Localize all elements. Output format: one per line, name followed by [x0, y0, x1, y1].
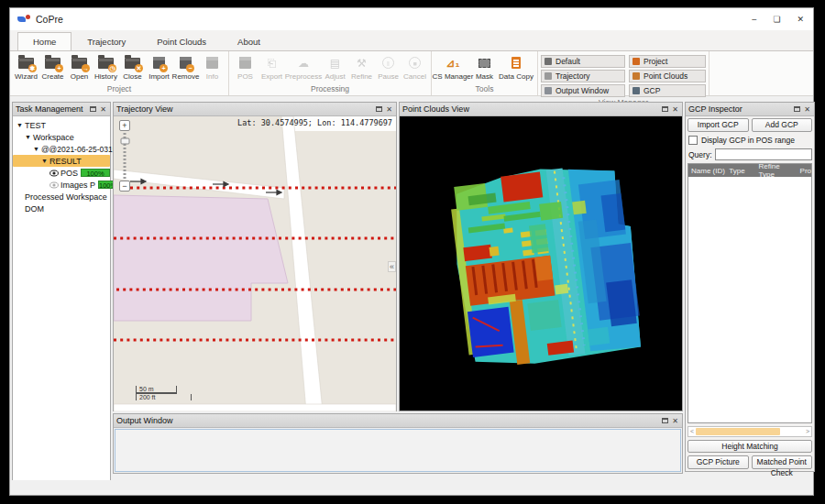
mask-button[interactable]: Mask — [471, 53, 498, 81]
view-toggle-output-window[interactable]: Output Window — [541, 84, 625, 97]
tab-trajectory[interactable]: Trajectory — [72, 32, 141, 50]
close-project-button[interactable]: ✕ Close — [119, 53, 146, 81]
float-panel-icon[interactable] — [90, 106, 96, 112]
height-matching-button[interactable]: Height Matching — [688, 440, 812, 453]
gcp-table-body[interactable] — [688, 177, 811, 422]
point-clouds-view-title: Point Clouds View — [402, 104, 469, 114]
tree-item-project-folder[interactable]: ▼ @@2021-06-25-031548 — [13, 143, 110, 155]
data-copy-button[interactable]: Data Copy — [498, 53, 534, 81]
matched-point-check-button[interactable]: Matched Point Check — [752, 455, 813, 469]
title-bar: CoPre – ❏ ✕ — [10, 8, 813, 30]
task-tree: ▼ TEST ▼ Workspace ▼ @@2021-06-25-031548… — [13, 116, 110, 214]
display-gcp-checkbox-label: Display GCP in POS range — [701, 136, 795, 145]
map-canvas[interactable] — [114, 116, 396, 411]
tab-about[interactable]: About — [222, 32, 276, 50]
float-panel-icon[interactable] — [662, 418, 668, 423]
gcp-table-header: Name (ID) Type Refine Type Pro — [688, 164, 811, 177]
float-panel-icon[interactable] — [662, 106, 668, 112]
expander-icon[interactable]: ▼ — [16, 122, 23, 128]
history-button[interactable]: ◷ History — [93, 53, 119, 81]
map-zoom-out-button[interactable]: − — [119, 181, 130, 192]
import-gcp-button[interactable]: Import GCP — [688, 118, 749, 132]
gcp-horizontal-scrollbar[interactable]: < > — [688, 426, 812, 437]
trajectory-map[interactable]: + − Lat: 30.4574995; Lon: 114.4779697 50… — [114, 116, 396, 415]
query-label: Query: — [688, 150, 712, 159]
point-clouds-view-panel: Point Clouds View ✕ — [399, 102, 683, 411]
pos-progress-bar: 100% — [81, 169, 110, 177]
close-button[interactable]: ✕ — [797, 15, 804, 24]
create-button[interactable]: + Create — [39, 53, 66, 81]
minimize-button[interactable]: – — [752, 15, 756, 24]
view-toggle-point-clouds[interactable]: Point Clouds — [629, 70, 706, 82]
output-window-view-icon — [544, 87, 552, 94]
preprocess-icon: ☁ — [298, 55, 309, 71]
adjust-icon: ▤ — [330, 55, 340, 71]
scrollbar-thumb[interactable] — [696, 428, 780, 435]
refine-icon: ⚒ — [357, 55, 367, 71]
open-button[interactable]: → Open — [66, 53, 93, 81]
preprocess-button: ☁ Preprocess — [285, 53, 322, 81]
open-icon: → — [72, 55, 87, 71]
tree-item-processed-workspace[interactable]: Processed Workspace — [13, 191, 110, 203]
ribbon-group-view-manager: Default Project Trajectory Point Clouds — [538, 51, 710, 95]
expander-icon[interactable]: ▼ — [41, 158, 48, 164]
tree-item-pos[interactable]: POS 100% — [13, 167, 110, 179]
data-copy-icon — [512, 55, 521, 71]
scroll-left-icon[interactable]: < — [688, 428, 696, 435]
maximize-button[interactable]: ❏ — [773, 15, 780, 24]
close-panel-icon[interactable]: ✕ — [99, 105, 107, 114]
trajectory-view-icon — [544, 72, 552, 80]
tree-item-images[interactable]: Images P 100% — [13, 179, 110, 191]
create-icon: + — [45, 55, 60, 71]
import-icon: + — [153, 55, 165, 71]
map-coordinates-readout: Lat: 30.4574995; Lon: 114.4779697 — [237, 118, 392, 127]
expander-icon[interactable]: ▼ — [25, 134, 31, 140]
output-log-area[interactable] — [115, 429, 681, 472]
tree-item-workspace[interactable]: ▼ Workspace — [13, 131, 110, 143]
float-panel-icon[interactable] — [376, 106, 382, 112]
tab-home[interactable]: Home — [17, 32, 72, 50]
tree-item-dom[interactable]: DOM — [13, 203, 110, 214]
pause-icon: ‖ — [382, 55, 394, 71]
display-gcp-checkbox[interactable] — [688, 136, 698, 145]
group-label-processing: Processing — [232, 83, 428, 95]
close-panel-icon[interactable]: ✕ — [803, 105, 811, 114]
close-panel-icon[interactable]: ✕ — [671, 105, 679, 114]
pos-icon — [239, 55, 251, 71]
gcp-inspector-title: GCP Inspector — [688, 104, 742, 114]
task-management-panel: Task Management ✕ ▼ TEST ▼ Workspace ▼ @… — [12, 102, 111, 481]
tree-item-result-selected[interactable]: ▼ RESULT — [13, 155, 110, 167]
view-toggle-trajectory[interactable]: Trajectory — [541, 70, 625, 82]
close-panel-icon[interactable]: ✕ — [385, 105, 393, 114]
view-toggle-project[interactable]: Project — [629, 55, 706, 68]
scroll-right-icon[interactable]: > — [804, 428, 811, 435]
remove-button[interactable]: − Remove — [172, 53, 199, 81]
query-input[interactable] — [715, 148, 812, 160]
expander-icon[interactable]: ▼ — [33, 146, 39, 152]
visibility-eye-icon-disabled[interactable] — [50, 181, 59, 189]
close-panel-icon[interactable]: ✕ — [671, 417, 679, 425]
splitter-collapse-button[interactable]: « — [388, 261, 396, 272]
visibility-eye-icon[interactable] — [50, 170, 59, 177]
ribbon-group-tools: ⊿₁ CS Manager Mask Data Copy Tools — [432, 51, 538, 95]
view-toggle-default[interactable]: Default — [541, 55, 625, 68]
tree-item-test[interactable]: ▼ TEST — [13, 119, 110, 131]
info-icon — [206, 55, 218, 71]
point-cloud-viewport[interactable] — [400, 116, 682, 411]
import-button[interactable]: + Import — [146, 53, 172, 81]
float-panel-icon[interactable] — [794, 106, 800, 112]
gcp-table: Name (ID) Type Refine Type Pro — [688, 163, 812, 423]
map-zoom-in-button[interactable]: + — [119, 120, 130, 131]
info-button: Info — [199, 53, 226, 81]
tab-point-clouds[interactable]: Point Clouds — [141, 32, 222, 50]
point-cloud-render[interactable] — [400, 116, 682, 411]
wizard-button[interactable]: ✱ Wizard — [13, 53, 39, 81]
cancel-button: ■ Cancel — [402, 53, 428, 81]
view-toggle-gcp[interactable]: GCP — [629, 84, 706, 97]
add-gcp-button[interactable]: Add GCP — [752, 118, 813, 132]
gcp-picture-button[interactable]: GCP Picture — [688, 455, 749, 469]
close-project-icon: ✕ — [125, 55, 140, 71]
group-label-tools: Tools — [434, 83, 534, 95]
cs-manager-button[interactable]: ⊿₁ CS Manager — [434, 53, 471, 81]
task-management-title: Task Management — [16, 104, 83, 114]
